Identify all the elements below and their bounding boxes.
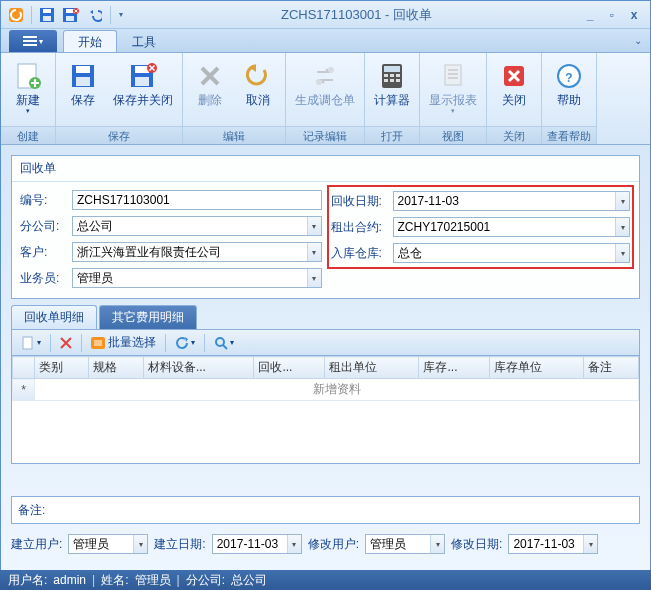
new-icon xyxy=(12,60,44,92)
modify-user-dropdown-icon[interactable]: ▾ xyxy=(430,535,444,553)
help-icon: ? xyxy=(553,60,585,92)
toolbar-new-icon[interactable]: ▾ xyxy=(16,333,46,353)
qat-undo-icon[interactable] xyxy=(84,5,106,25)
ribbon-group-edit: 编辑 xyxy=(183,126,285,144)
ribbon: 新建▾ 创建 保存 保存并关闭 保存 删除 取消 xyxy=(1,53,650,145)
titlebar: ▾ ZCHS171103001 - 回收单 _ ▫ x xyxy=(1,1,650,29)
svg-rect-8 xyxy=(23,36,37,38)
ribbon-group-recedit: 记录编辑 xyxy=(286,126,364,144)
toolbar-batch-button[interactable]: 批量选择 xyxy=(86,333,161,353)
report-icon xyxy=(437,60,469,92)
lease-contract-dropdown-icon[interactable]: ▾ xyxy=(615,218,629,236)
customer-input[interactable] xyxy=(72,242,322,262)
label-lease-contract: 租出合约: xyxy=(331,219,393,236)
ribbon-group-save: 保存 xyxy=(56,126,182,144)
svg-rect-15 xyxy=(76,77,90,86)
app-icon[interactable] xyxy=(5,5,27,25)
tab-recover-detail[interactable]: 回收单明细 xyxy=(11,305,97,329)
svg-rect-18 xyxy=(135,77,149,86)
window-controls: _ ▫ x xyxy=(582,8,650,22)
in-warehouse-input[interactable] xyxy=(393,243,631,263)
cancel-button[interactable]: 取消 xyxy=(235,57,281,110)
branch-input[interactable] xyxy=(72,216,322,236)
calculator-button[interactable]: 计算器 xyxy=(369,57,415,110)
branch-dropdown-icon[interactable]: ▾ xyxy=(307,217,321,235)
recover-date-input[interactable] xyxy=(393,191,631,211)
close-icon xyxy=(498,60,530,92)
qat-dropdown-icon[interactable]: ▾ xyxy=(115,5,127,25)
tab-start[interactable]: 开始 xyxy=(63,30,117,52)
ribbon-collapse-icon[interactable]: ⌄ xyxy=(634,35,642,46)
status-user-label: 用户名: xyxy=(8,572,47,589)
lease-contract-input[interactable] xyxy=(393,217,631,237)
save-button[interactable]: 保存 xyxy=(60,57,106,110)
gen-transfer-button: 生成调仓单 xyxy=(290,57,360,110)
ribbon-group-view: 视图 xyxy=(420,126,486,144)
remark-row: 备注: xyxy=(11,496,640,524)
svg-rect-26 xyxy=(396,74,400,77)
transfer-icon xyxy=(309,60,341,92)
highlight-box: 回收日期: ▾ 租出合约: ▾ 入库仓库: ▾ xyxy=(327,185,635,269)
new-button[interactable]: 新建▾ xyxy=(5,57,51,118)
col-material[interactable]: 材料设备... xyxy=(143,357,254,379)
help-button[interactable]: ? 帮助 xyxy=(546,57,592,110)
recover-date-dropdown-icon[interactable]: ▾ xyxy=(615,192,629,210)
svg-rect-2 xyxy=(43,9,51,13)
quick-access-toolbar: ▾ xyxy=(1,5,131,25)
maximize-button[interactable]: ▫ xyxy=(604,8,620,22)
workarea: 回收单 编号: 分公司: ▾ 客户: ▾ xyxy=(1,145,650,570)
svg-rect-3 xyxy=(43,16,51,21)
form-panel: 回收单 编号: 分公司: ▾ 客户: ▾ xyxy=(11,155,640,299)
statusbar: 用户名: admin | 姓名: 管理员 | 分公司: 总公司 xyxy=(0,570,651,590)
qat-saveclose-icon[interactable] xyxy=(60,5,82,25)
svg-point-20 xyxy=(316,79,322,85)
detail-tabstrip: 回收单明细 其它费用明细 xyxy=(11,305,640,330)
save-close-button[interactable]: 保存并关闭 xyxy=(108,57,178,110)
remark-input[interactable] xyxy=(58,501,633,519)
svg-rect-28 xyxy=(390,79,394,82)
create-date-dropdown-icon[interactable]: ▾ xyxy=(287,535,301,553)
col-stock-unit[interactable]: 库存单位 xyxy=(490,357,584,379)
col-stock[interactable]: 库存... xyxy=(419,357,490,379)
col-category[interactable]: 类别 xyxy=(35,357,89,379)
col-recover[interactable]: 回收... xyxy=(254,357,325,379)
toolbar-refresh-icon[interactable]: ▾ xyxy=(170,333,200,353)
toolbar-delete-icon[interactable] xyxy=(55,333,77,353)
svg-rect-27 xyxy=(384,79,388,82)
ribbon-group-create: 创建 xyxy=(1,126,55,144)
salesman-input[interactable] xyxy=(72,268,322,288)
svg-rect-25 xyxy=(390,74,394,77)
ribbon-group-open: 打开 xyxy=(365,126,419,144)
col-remark[interactable]: 备注 xyxy=(584,357,639,379)
svg-rect-38 xyxy=(23,337,32,349)
toolbar-search-icon[interactable]: ▾ xyxy=(209,333,239,353)
qat-save-icon[interactable] xyxy=(36,5,58,25)
tab-tools[interactable]: 工具 xyxy=(117,30,171,52)
customer-dropdown-icon[interactable]: ▾ xyxy=(307,243,321,261)
delete-icon xyxy=(194,60,226,92)
grid-toolbar: ▾ 批量选择 ▾ ▾ xyxy=(11,330,640,356)
tab-other-fee[interactable]: 其它费用明细 xyxy=(99,305,197,329)
create-user-dropdown-icon[interactable]: ▾ xyxy=(133,535,147,553)
label-remark: 备注: xyxy=(18,502,58,519)
grid-new-row[interactable]: * 新增资料 xyxy=(13,379,639,401)
close-window-button[interactable]: x xyxy=(626,8,642,22)
detail-grid[interactable]: 类别 规格 材料设备... 回收... 租出单位 库存... 库存单位 备注 *… xyxy=(11,356,640,464)
modify-date-dropdown-icon[interactable]: ▾ xyxy=(583,535,597,553)
salesman-dropdown-icon[interactable]: ▾ xyxy=(307,269,321,287)
label-customer: 客户: xyxy=(20,244,72,261)
code-input[interactable] xyxy=(72,190,322,210)
col-lease-unit[interactable]: 租出单位 xyxy=(325,357,419,379)
ribbon-tabstrip: ▾ 开始 工具 ⌄ xyxy=(1,29,650,53)
svg-rect-33 xyxy=(448,77,458,79)
label-recover-date: 回收日期: xyxy=(331,193,393,210)
svg-text:?: ? xyxy=(565,71,572,85)
app-menu-button[interactable]: ▾ xyxy=(9,30,57,52)
svg-point-40 xyxy=(216,338,224,346)
label-code: 编号: xyxy=(20,192,72,209)
in-warehouse-dropdown-icon[interactable]: ▾ xyxy=(615,244,629,262)
label-branch: 分公司: xyxy=(20,218,72,235)
minimize-button[interactable]: _ xyxy=(582,8,598,22)
close-button[interactable]: 关闭 xyxy=(491,57,537,110)
col-spec[interactable]: 规格 xyxy=(89,357,143,379)
